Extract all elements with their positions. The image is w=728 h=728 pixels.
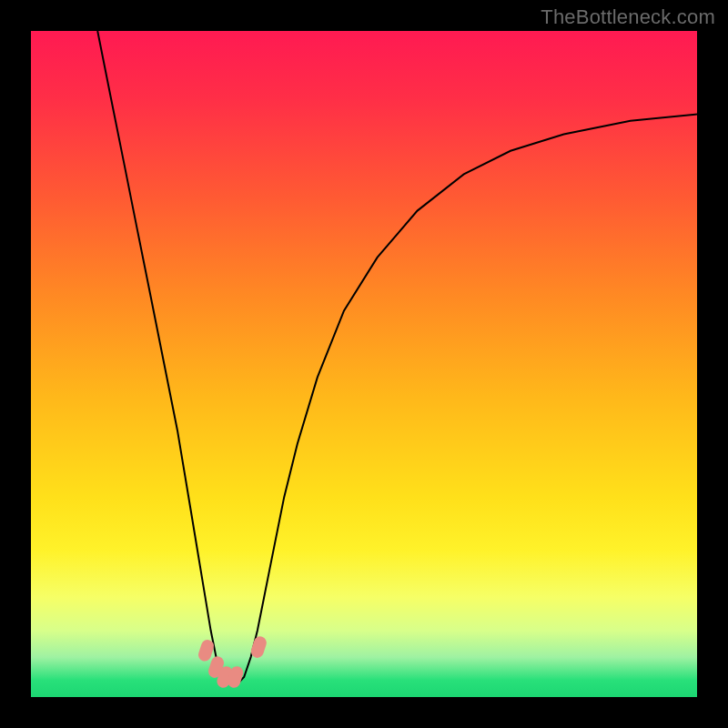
bottleneck-chart	[31, 31, 697, 697]
outer-frame: TheBottleneck.com	[0, 0, 728, 728]
plot-area	[31, 31, 697, 697]
watermark-text: TheBottleneck.com	[541, 5, 715, 29]
gradient-background	[31, 31, 697, 697]
